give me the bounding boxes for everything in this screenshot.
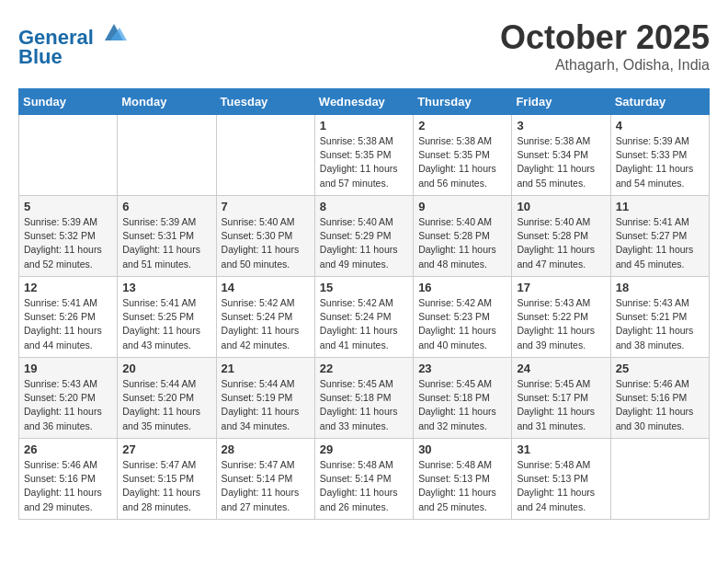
cell-info: Sunrise: 5:38 AMSunset: 5:35 PMDaylight:…: [320, 134, 408, 190]
day-number: 15: [320, 281, 408, 294]
day-number: 14: [222, 281, 310, 294]
cell-info: Sunrise: 5:44 AMSunset: 5:20 PMDaylight:…: [122, 377, 210, 433]
calendar-cell: [216, 115, 314, 196]
calendar-cell: 3Sunrise: 5:38 AMSunset: 5:34 PMDaylight…: [512, 115, 610, 196]
weekday-header: Saturday: [610, 89, 709, 115]
cell-info: Sunrise: 5:45 AMSunset: 5:18 PMDaylight:…: [320, 377, 408, 433]
day-number: 5: [24, 200, 112, 213]
cell-info: Sunrise: 5:40 AMSunset: 5:29 PMDaylight:…: [320, 215, 408, 271]
calendar-cell: 10Sunrise: 5:40 AMSunset: 5:28 PMDayligh…: [512, 196, 610, 277]
calendar-cell: 6Sunrise: 5:39 AMSunset: 5:31 PMDaylight…: [118, 196, 216, 277]
calendar-cell: [118, 115, 216, 196]
day-number: 12: [24, 281, 112, 294]
cell-info: Sunrise: 5:48 AMSunset: 5:13 PMDaylight:…: [418, 458, 506, 514]
cell-info: Sunrise: 5:47 AMSunset: 5:14 PMDaylight:…: [222, 458, 310, 514]
cell-info: Sunrise: 5:42 AMSunset: 5:23 PMDaylight:…: [418, 296, 506, 352]
calendar-cell: 28Sunrise: 5:47 AMSunset: 5:14 PMDayligh…: [216, 439, 314, 520]
cell-info: Sunrise: 5:46 AMSunset: 5:16 PMDaylight:…: [616, 377, 704, 433]
cell-info: Sunrise: 5:44 AMSunset: 5:19 PMDaylight:…: [222, 377, 310, 433]
cell-info: Sunrise: 5:41 AMSunset: 5:25 PMDaylight:…: [122, 296, 210, 352]
day-number: 27: [122, 442, 210, 456]
cell-info: Sunrise: 5:39 AMSunset: 5:32 PMDaylight:…: [24, 215, 112, 271]
calendar-table: SundayMondayTuesdayWednesdayThursdayFrid…: [18, 88, 710, 520]
calendar-cell: 1Sunrise: 5:38 AMSunset: 5:35 PMDaylight…: [314, 115, 413, 196]
calendar-cell: [19, 115, 118, 196]
calendar-cell: 9Sunrise: 5:40 AMSunset: 5:28 PMDaylight…: [414, 196, 512, 277]
cell-info: Sunrise: 5:43 AMSunset: 5:21 PMDaylight:…: [616, 296, 704, 352]
calendar-cell: 18Sunrise: 5:43 AMSunset: 5:21 PMDayligh…: [610, 277, 709, 358]
calendar-cell: 23Sunrise: 5:45 AMSunset: 5:18 PMDayligh…: [414, 358, 512, 439]
logo: General Blue: [18, 18, 127, 69]
cell-info: Sunrise: 5:48 AMSunset: 5:14 PMDaylight:…: [320, 458, 408, 514]
day-number: 28: [222, 442, 310, 456]
calendar-cell: 31Sunrise: 5:48 AMSunset: 5:13 PMDayligh…: [512, 439, 610, 520]
cell-info: Sunrise: 5:41 AMSunset: 5:27 PMDaylight:…: [616, 215, 704, 271]
cell-info: Sunrise: 5:40 AMSunset: 5:28 PMDaylight:…: [517, 215, 605, 271]
calendar-cell: 5Sunrise: 5:39 AMSunset: 5:32 PMDaylight…: [19, 196, 118, 277]
day-number: 7: [222, 200, 310, 213]
day-number: 6: [122, 200, 210, 213]
day-number: 1: [320, 119, 408, 132]
weekday-header: Sunday: [19, 89, 118, 115]
day-number: 21: [222, 362, 310, 375]
calendar-cell: 8Sunrise: 5:40 AMSunset: 5:29 PMDaylight…: [314, 196, 413, 277]
page-header: General Blue October 2025 Athagarh, Odis…: [18, 18, 710, 74]
cell-info: Sunrise: 5:39 AMSunset: 5:31 PMDaylight:…: [122, 215, 210, 271]
day-number: 2: [418, 119, 506, 132]
day-number: 26: [24, 442, 112, 456]
weekday-header: Friday: [512, 89, 610, 115]
weekday-header-row: SundayMondayTuesdayWednesdayThursdayFrid…: [19, 89, 710, 115]
cell-info: Sunrise: 5:42 AMSunset: 5:24 PMDaylight:…: [320, 296, 408, 352]
calendar-week-row: 1Sunrise: 5:38 AMSunset: 5:35 PMDaylight…: [19, 115, 710, 196]
calendar-cell: 19Sunrise: 5:43 AMSunset: 5:20 PMDayligh…: [19, 358, 118, 439]
day-number: 9: [418, 200, 506, 213]
month-title: October 2025: [500, 18, 710, 57]
cell-info: Sunrise: 5:47 AMSunset: 5:15 PMDaylight:…: [122, 458, 210, 514]
cell-info: Sunrise: 5:45 AMSunset: 5:17 PMDaylight:…: [517, 377, 605, 433]
day-number: 19: [24, 362, 112, 375]
weekday-header: Monday: [118, 89, 216, 115]
calendar-cell: 4Sunrise: 5:39 AMSunset: 5:33 PMDaylight…: [610, 115, 709, 196]
cell-info: Sunrise: 5:39 AMSunset: 5:33 PMDaylight:…: [616, 134, 704, 190]
calendar-cell: 25Sunrise: 5:46 AMSunset: 5:16 PMDayligh…: [610, 358, 709, 439]
day-number: 11: [616, 200, 704, 213]
day-number: 16: [418, 281, 506, 294]
calendar-cell: 20Sunrise: 5:44 AMSunset: 5:20 PMDayligh…: [118, 358, 216, 439]
day-number: 23: [418, 362, 506, 375]
cell-info: Sunrise: 5:42 AMSunset: 5:24 PMDaylight:…: [222, 296, 310, 352]
day-number: 13: [122, 281, 210, 294]
calendar-cell: 13Sunrise: 5:41 AMSunset: 5:25 PMDayligh…: [118, 277, 216, 358]
calendar-cell: 15Sunrise: 5:42 AMSunset: 5:24 PMDayligh…: [314, 277, 413, 358]
cell-info: Sunrise: 5:38 AMSunset: 5:34 PMDaylight:…: [517, 134, 605, 190]
logo-icon: [101, 18, 127, 44]
calendar-cell: 30Sunrise: 5:48 AMSunset: 5:13 PMDayligh…: [414, 439, 512, 520]
calendar-cell: 24Sunrise: 5:45 AMSunset: 5:17 PMDayligh…: [512, 358, 610, 439]
day-number: 18: [616, 281, 704, 294]
calendar-cell: 14Sunrise: 5:42 AMSunset: 5:24 PMDayligh…: [216, 277, 314, 358]
cell-info: Sunrise: 5:45 AMSunset: 5:18 PMDaylight:…: [418, 377, 506, 433]
cell-info: Sunrise: 5:43 AMSunset: 5:20 PMDaylight:…: [24, 377, 112, 433]
calendar-cell: 17Sunrise: 5:43 AMSunset: 5:22 PMDayligh…: [512, 277, 610, 358]
cell-info: Sunrise: 5:40 AMSunset: 5:30 PMDaylight:…: [222, 215, 310, 271]
calendar-cell: 16Sunrise: 5:42 AMSunset: 5:23 PMDayligh…: [414, 277, 512, 358]
day-number: 22: [320, 362, 408, 375]
calendar-cell: 27Sunrise: 5:47 AMSunset: 5:15 PMDayligh…: [118, 439, 216, 520]
location: Athagarh, Odisha, India: [500, 57, 710, 74]
weekday-header: Wednesday: [314, 89, 413, 115]
calendar-cell: 26Sunrise: 5:46 AMSunset: 5:16 PMDayligh…: [19, 439, 118, 520]
day-number: 25: [616, 362, 704, 375]
calendar-cell: 12Sunrise: 5:41 AMSunset: 5:26 PMDayligh…: [19, 277, 118, 358]
day-number: 29: [320, 442, 408, 456]
calendar-week-row: 12Sunrise: 5:41 AMSunset: 5:26 PMDayligh…: [19, 277, 710, 358]
calendar-cell: 21Sunrise: 5:44 AMSunset: 5:19 PMDayligh…: [216, 358, 314, 439]
calendar-week-row: 26Sunrise: 5:46 AMSunset: 5:16 PMDayligh…: [19, 439, 710, 520]
weekday-header: Tuesday: [216, 89, 314, 115]
cell-info: Sunrise: 5:48 AMSunset: 5:13 PMDaylight:…: [517, 458, 605, 514]
calendar-cell: 22Sunrise: 5:45 AMSunset: 5:18 PMDayligh…: [314, 358, 413, 439]
weekday-header: Thursday: [414, 89, 512, 115]
title-block: October 2025 Athagarh, Odisha, India: [500, 18, 710, 74]
cell-info: Sunrise: 5:38 AMSunset: 5:35 PMDaylight:…: [418, 134, 506, 190]
day-number: 10: [517, 200, 605, 213]
calendar-cell: 11Sunrise: 5:41 AMSunset: 5:27 PMDayligh…: [610, 196, 709, 277]
day-number: 31: [517, 442, 605, 456]
